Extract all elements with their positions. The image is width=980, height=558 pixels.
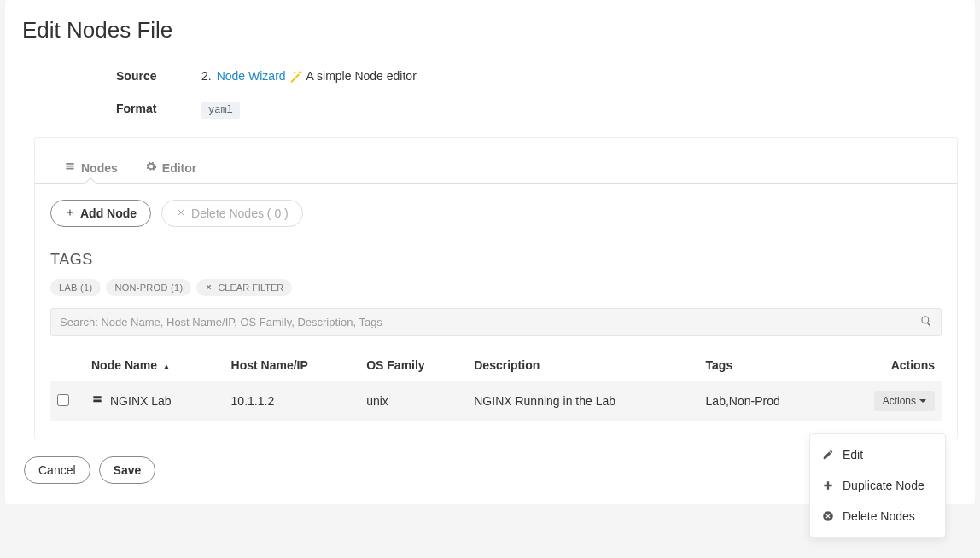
host-cell: 10.1.1.2 <box>225 381 360 421</box>
tab-editor-label: Editor <box>162 161 196 175</box>
edit-icon <box>822 449 834 461</box>
sort-asc-icon: ▲ <box>162 362 171 371</box>
plus-bold-icon <box>822 480 834 491</box>
plus-icon <box>65 206 75 220</box>
panel: Nodes Editor Add Node Delete Nodes ( <box>34 137 958 439</box>
x-icon <box>176 206 186 220</box>
tags-cell: Lab,Non-Prod <box>699 381 831 421</box>
page-title: Edit Nodes File <box>22 17 958 44</box>
node-name-cell[interactable]: NGINX Lab <box>91 394 172 409</box>
save-button[interactable]: Save <box>99 456 156 484</box>
tabs: Nodes Editor <box>35 138 957 184</box>
nodes-icon <box>64 160 76 175</box>
tab-editor[interactable]: Editor <box>131 154 210 183</box>
page-card: Edit Nodes File Source 2. Node Wizard A … <box>5 0 975 504</box>
source-value: 2. Node Wizard A simple Node editor <box>201 69 417 83</box>
col-os[interactable]: OS Family <box>359 350 467 381</box>
table-row: NGINX Lab 10.1.1.2 unix NGINX Running in… <box>50 381 942 421</box>
tag-pill-lab[interactable]: LAB (1) <box>50 279 101 296</box>
add-node-button[interactable]: Add Node <box>50 200 151 227</box>
search-bar[interactable] <box>50 308 942 336</box>
search-input[interactable] <box>60 316 920 328</box>
tags-row: LAB (1) NON-PROD (1) CLEAR FILTER <box>35 279 957 308</box>
search-icon[interactable] <box>920 315 932 329</box>
col-actions: Actions <box>831 350 942 381</box>
format-row: Format yaml <box>116 102 958 119</box>
x-small-icon <box>205 282 213 293</box>
controls: Add Node Delete Nodes ( 0 ) <box>35 184 957 227</box>
col-checkbox <box>50 350 85 381</box>
col-host[interactable]: Host Name/IP <box>225 350 360 381</box>
format-value: yaml <box>201 102 240 119</box>
tab-nodes-label: Nodes <box>81 161 118 175</box>
source-row: Source 2. Node Wizard A simple Node edit… <box>116 69 958 83</box>
row-checkbox[interactable] <box>57 394 69 406</box>
col-node-name[interactable]: Node Name ▲ <box>85 350 225 381</box>
tags-heading: TAGS <box>35 227 957 279</box>
delete-nodes-label: Delete Nodes ( 0 ) <box>191 206 289 220</box>
source-desc: A simple Node editor <box>306 69 417 83</box>
tag-pill-nonprod[interactable]: NON-PROD (1) <box>106 279 191 296</box>
source-number: 2. <box>201 69 212 83</box>
delete-circle-icon <box>822 510 834 522</box>
dropdown-delete[interactable]: Delete Nodes <box>810 501 945 532</box>
clear-filter-button[interactable]: CLEAR FILTER <box>196 279 292 296</box>
chevron-down-icon <box>919 399 926 403</box>
wand-icon <box>289 69 303 83</box>
node-wizard-link[interactable]: Node Wizard <box>217 69 286 83</box>
col-tags[interactable]: Tags <box>699 350 831 381</box>
format-badge: yaml <box>201 102 240 119</box>
gear-icon <box>145 160 157 175</box>
cancel-button[interactable]: Cancel <box>24 456 90 484</box>
server-icon <box>91 394 103 409</box>
os-cell: unix <box>359 381 467 421</box>
nodes-table: Node Name ▲ Host Name/IP OS Family Descr… <box>50 350 942 421</box>
desc-cell: NGINX Running in the Lab <box>467 381 698 421</box>
add-node-label: Add Node <box>80 206 137 220</box>
source-label: Source <box>116 69 184 83</box>
row-actions-button[interactable]: Actions <box>874 391 935 411</box>
tab-nodes[interactable]: Nodes <box>50 154 131 183</box>
col-desc[interactable]: Description <box>467 350 698 381</box>
dropdown-edit[interactable]: Edit <box>810 439 945 470</box>
dropdown-duplicate[interactable]: Duplicate Node <box>810 470 945 501</box>
format-label: Format <box>116 102 184 119</box>
clear-filter-label: CLEAR FILTER <box>218 282 283 293</box>
actions-dropdown: Edit Duplicate Node Delete Nodes <box>809 433 946 538</box>
delete-nodes-button: Delete Nodes ( 0 ) <box>161 200 303 227</box>
